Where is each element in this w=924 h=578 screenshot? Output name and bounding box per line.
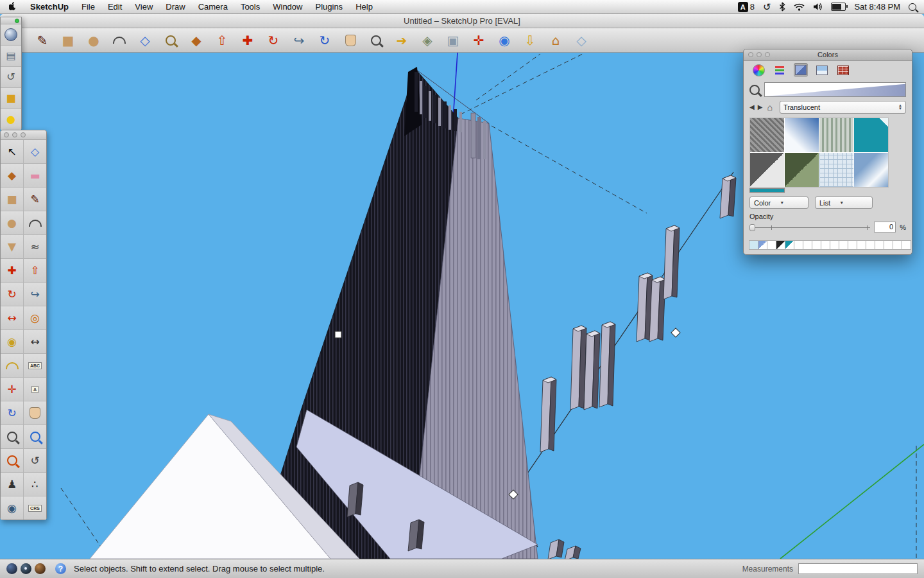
tips-bulb-icon[interactable]: ● <box>1 109 21 130</box>
mini-swatch[interactable] <box>866 240 875 250</box>
zoom-window-tool-icon[interactable] <box>24 425 46 448</box>
zoom-extents-tool-icon[interactable] <box>1 449 23 472</box>
paint-bucket-tool-icon[interactable]: ◆ <box>1 164 23 187</box>
offset-tool-icon[interactable]: ◎ <box>24 306 46 329</box>
zoom-button[interactable] <box>765 52 770 57</box>
texture-swatch-olive[interactable] <box>785 153 819 187</box>
opacity-value-field[interactable]: 0 <box>874 222 896 232</box>
section-plane-tool-icon[interactable]: CRS <box>24 496 46 520</box>
texture-swatch-gray-stripes[interactable] <box>819 118 853 152</box>
window-titlebar[interactable]: Untitled – SketchUp Pro [EVAL] <box>0 14 924 28</box>
mini-swatch[interactable] <box>785 240 794 250</box>
rotate-tool-icon[interactable]: ↻ <box>264 31 282 49</box>
tape-measure-tool-icon[interactable]: ◉ <box>1 330 23 353</box>
wifi-icon[interactable] <box>794 3 805 11</box>
scale-tool-icon[interactable]: ↔ <box>1 306 23 329</box>
axes-tool-icon[interactable]: ✛ <box>1 378 23 401</box>
color-palettes-tab[interactable] <box>794 63 808 77</box>
sandbox-tool-icon[interactable]: ◈ <box>418 31 436 49</box>
list-dropdown[interactable]: List ▼ <box>815 197 873 209</box>
time-icon[interactable]: ↺ <box>1 67 21 87</box>
search-icon[interactable] <box>749 85 760 95</box>
minimize-button[interactable] <box>12 132 17 137</box>
sketchup-materials-tab[interactable] <box>836 63 850 77</box>
mini-swatch[interactable] <box>857 240 866 250</box>
make-component-tool-icon[interactable]: ◇ <box>24 140 46 163</box>
color-sliders-tab[interactable] <box>773 63 787 77</box>
menu-file[interactable]: File <box>75 2 101 12</box>
mini-swatch[interactable] <box>902 240 911 250</box>
bluetooth-icon[interactable] <box>779 2 785 12</box>
zoom-button[interactable] <box>21 132 26 137</box>
pan-tool-icon[interactable] <box>341 31 359 49</box>
time-machine-icon[interactable]: ↺ <box>763 2 771 12</box>
pan-tool-icon[interactable] <box>24 401 46 425</box>
spotlight-icon[interactable] <box>909 3 916 11</box>
circle-tool-icon[interactable]: ● <box>85 31 103 49</box>
follow-me-tool-icon[interactable]: ↪ <box>290 31 308 49</box>
mini-swatch[interactable] <box>794 240 803 250</box>
colors-panel-titlebar[interactable]: Colors <box>744 49 912 61</box>
mini-swatch[interactable] <box>884 240 893 250</box>
rectangle-tool-icon[interactable]: ■ <box>59 31 77 49</box>
push-pull-tool-icon[interactable]: ⇧ <box>213 31 231 49</box>
color-wheel-tab[interactable] <box>751 63 766 77</box>
help-button[interactable]: ? <box>55 563 66 574</box>
mini-swatch[interactable] <box>839 240 848 250</box>
mini-palette-header[interactable] <box>1 17 21 24</box>
tape-measure-tool-icon[interactable] <box>162 31 180 49</box>
info-orb-icon[interactable] <box>21 563 31 574</box>
texture-swatch-sky-clouds[interactable] <box>854 153 888 187</box>
text-tool-icon[interactable]: ABC <box>24 354 46 377</box>
mini-swatch[interactable] <box>848 240 857 250</box>
orbit-tool-icon[interactable]: ↻ <box>1 401 23 425</box>
model-box-icon[interactable]: ■ <box>1 88 21 109</box>
navigator-icon[interactable] <box>1 24 21 45</box>
3d-text-tool-icon[interactable]: A <box>24 378 46 401</box>
mini-swatch[interactable] <box>758 240 767 250</box>
protractor-tool-icon[interactable] <box>1 354 23 377</box>
menu-app-name[interactable]: SketchUp <box>24 2 75 12</box>
freehand-tool-icon[interactable]: ≈ <box>24 235 46 258</box>
previous-view-tool-icon[interactable]: ↺ <box>24 449 46 472</box>
opacity-slider[interactable] <box>749 223 870 231</box>
back-arrow-icon[interactable]: ◀ <box>749 104 755 110</box>
menu-view[interactable]: View <box>128 2 159 12</box>
menu-window[interactable]: Window <box>266 2 309 12</box>
select-tool-icon[interactable]: ↖ <box>1 140 23 163</box>
dimension-tool-icon[interactable]: ↔ <box>24 330 46 353</box>
orbit-tool-icon[interactable]: ↻ <box>316 31 334 49</box>
export-image-tool-icon[interactable]: ➔ <box>393 31 411 49</box>
opacity-slider-thumb[interactable] <box>749 224 755 231</box>
arc-tool-icon[interactable] <box>24 211 46 234</box>
eraser-tool-icon[interactable]: ▬ <box>24 164 46 187</box>
rotate-tool-icon[interactable]: ↻ <box>1 283 23 306</box>
color-dropdown[interactable]: Color ▼ <box>749 197 809 209</box>
apple-menu-icon[interactable] <box>9 2 17 12</box>
texture-swatch-gray-diagonal[interactable] <box>750 153 784 187</box>
menu-edit[interactable]: Edit <box>101 2 128 12</box>
measurements-input[interactable] <box>798 563 918 574</box>
push-pull-tool-icon[interactable]: ⇧ <box>24 259 46 282</box>
import-tool-icon[interactable]: ⇩ <box>521 31 539 49</box>
menu-help[interactable]: Help <box>349 2 379 12</box>
mini-swatch[interactable] <box>821 240 830 250</box>
paint-bucket-tool-icon[interactable]: ◆ <box>187 31 205 49</box>
texture-swatch-gray-noise[interactable] <box>750 118 784 152</box>
geo-orb-icon[interactable] <box>6 563 17 574</box>
add-location-tool-icon[interactable]: ◉ <box>495 31 513 49</box>
menu-tools[interactable]: Tools <box>234 2 266 12</box>
mini-swatch[interactable] <box>893 240 902 250</box>
collection-dropdown[interactable]: Translucent ▲▼ <box>780 101 906 114</box>
zoom-window-button[interactable] <box>15 19 19 23</box>
texture-swatch-teal[interactable] <box>854 118 888 152</box>
mini-swatch[interactable] <box>776 240 785 250</box>
minimize-button[interactable] <box>757 52 762 57</box>
menu-draw[interactable]: Draw <box>159 2 191 12</box>
battery-icon[interactable] <box>831 3 846 11</box>
position-camera-tool-icon[interactable]: ♟ <box>1 473 23 496</box>
make-component-tool-icon[interactable]: ◇ <box>136 31 154 49</box>
arc-tool-icon[interactable] <box>110 31 128 49</box>
forward-arrow-icon[interactable]: ▶ <box>758 104 763 110</box>
home-icon[interactable]: ⌂ <box>767 103 772 112</box>
